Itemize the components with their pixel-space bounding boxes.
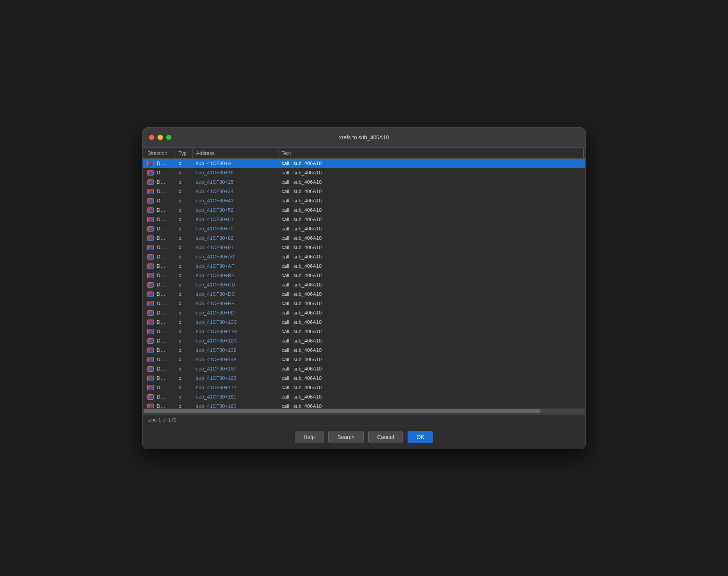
cell-direction: D… xyxy=(144,300,175,306)
table-row[interactable]: D… p sub_41CF80+157 call sub_406A10 xyxy=(143,364,585,374)
help-button[interactable]: Help xyxy=(295,431,324,443)
table-row[interactable]: D… p sub_41CF80+BE call sub_406A10 xyxy=(143,271,585,280)
cell-address: sub_41CF80+52 xyxy=(193,207,278,213)
cell-type: p xyxy=(175,254,193,260)
cell-direction: D… xyxy=(144,179,175,185)
cell-type: p xyxy=(175,160,193,166)
cell-direction: D… xyxy=(144,347,175,353)
table-row[interactable]: D… p sub_41CF80+A0 call sub_406A10 xyxy=(143,252,585,262)
ok-button[interactable]: OK xyxy=(408,431,433,443)
cell-address: sub_41CF80+91 xyxy=(193,244,278,250)
table-row[interactable]: D… p sub_41CF80+10C call sub_406A10 xyxy=(143,318,585,327)
close-button[interactable] xyxy=(149,135,154,140)
row-icon xyxy=(147,263,154,269)
table-row[interactable]: D… p sub_41CF80+16 call sub_406A10 xyxy=(143,168,585,177)
table-row[interactable]: D… p sub_41CF80+181 call sub_406A10 xyxy=(143,392,585,402)
cell-direction: D… xyxy=(144,226,175,232)
row-icon xyxy=(147,170,154,176)
cell-address: sub_41CF80+172 xyxy=(193,385,278,390)
cell-direction: D… xyxy=(144,198,175,204)
search-button[interactable]: Search xyxy=(328,431,363,443)
cell-text: call sub_406A10 xyxy=(278,216,584,222)
direction-text: D… xyxy=(157,207,165,213)
direction-text: D… xyxy=(157,272,165,278)
table-row[interactable]: D… p sub_41CF80+DC call sub_406A10 xyxy=(143,290,585,299)
horizontal-scrollbar[interactable] xyxy=(143,408,585,414)
row-icon xyxy=(147,292,154,297)
row-icon xyxy=(147,338,154,344)
cell-type: p xyxy=(175,300,193,306)
cell-direction: D… xyxy=(144,403,175,408)
table-row[interactable]: D… p sub_41CF80+43 call sub_406A10 xyxy=(143,196,585,205)
cell-address: sub_41CF80+11B xyxy=(193,328,278,334)
minimize-button[interactable] xyxy=(158,135,163,140)
direction-text: D… xyxy=(157,198,165,204)
col-header-text: Text xyxy=(278,148,584,158)
table-row[interactable]: D… p sub_41CF80+11B call sub_406A10 xyxy=(143,327,585,336)
table-row[interactable]: D… p sub_41CF80+AF call sub_406A10 xyxy=(143,262,585,271)
row-icon xyxy=(147,348,154,353)
cell-text: call sub_406A10 xyxy=(278,170,584,176)
cancel-button[interactable]: Cancel xyxy=(368,431,403,443)
cell-address: sub_41CF80+148 xyxy=(193,356,278,362)
cell-address: sub_41CF80+12A xyxy=(193,338,278,344)
table-row[interactable]: D… p sub_41CF80+12A call sub_406A10 xyxy=(143,336,585,346)
table-row[interactable]: D… p sub_41CF80+25 call sub_406A10 xyxy=(143,177,585,187)
direction-text: D… xyxy=(157,385,165,390)
table-row[interactable]: D… p sub_41CF80+172 call sub_406A10 xyxy=(143,383,585,392)
table-row[interactable]: D… p sub_41CF80+139 call sub_406A10 xyxy=(143,346,585,355)
scrollbar-thumb[interactable] xyxy=(144,409,541,413)
row-icon xyxy=(147,366,154,372)
cell-direction: D… xyxy=(144,235,175,241)
cell-address: sub_41CF80+70 xyxy=(193,226,278,232)
direction-text: D… xyxy=(157,347,165,353)
table-row[interactable]: D… p sub_41CF80+34 call sub_406A10 xyxy=(143,187,585,196)
table-row[interactable]: D… p sub_41CF80+70 call sub_406A10 xyxy=(143,224,585,234)
table-row[interactable]: D… p sub_41CF80+FD call sub_406A10 xyxy=(143,308,585,318)
table-row[interactable]: D… p sub_41CF80+190 call sub_406A10 xyxy=(143,402,585,408)
cell-direction: D… xyxy=(144,385,175,390)
direction-text: D… xyxy=(157,160,165,166)
cell-type: p xyxy=(175,310,193,316)
col-header-type: Typ xyxy=(175,148,193,158)
table-row[interactable]: D… p sub_41CF80+148 call sub_406A10 xyxy=(143,355,585,364)
cell-text: call sub_406A10 xyxy=(278,188,584,194)
scrollbar-track xyxy=(144,409,584,413)
cell-text: call sub_406A10 xyxy=(278,207,584,213)
cell-direction: D… xyxy=(144,375,175,381)
table-row[interactable]: D… p sub_41CF80+82 call sub_406A10 xyxy=(143,234,585,243)
table-row[interactable]: D… p sub_41CF80+163 call sub_406A10 xyxy=(143,374,585,383)
cell-address: sub_41CF80+BE xyxy=(193,272,278,278)
cell-type: p xyxy=(175,272,193,278)
cell-address: sub_41CF80+DC xyxy=(193,291,278,297)
cell-direction: D… xyxy=(144,272,175,278)
table-row[interactable]: D… p sub_41CF80+EB call sub_406A10 xyxy=(143,299,585,308)
cell-address: sub_41CF80+139 xyxy=(193,347,278,353)
cell-text: call sub_406A10 xyxy=(278,319,584,325)
table-row[interactable]: D… p sub_41CF80+61 call sub_406A10 xyxy=(143,215,585,224)
row-icon xyxy=(147,217,154,222)
cell-text: call sub_406A10 xyxy=(278,385,584,390)
cell-direction: D… xyxy=(144,310,175,316)
cell-text: call sub_406A10 xyxy=(278,272,584,278)
table-row[interactable]: D… p sub_41CF80+CD call sub_406A10 xyxy=(143,280,585,290)
direction-text: D… xyxy=(157,291,165,297)
table-row[interactable]: D… p sub_41CF80+A call sub_406A10 xyxy=(143,159,585,168)
table-body[interactable]: D… p sub_41CF80+A call sub_406A10 D… p s… xyxy=(143,159,585,408)
cell-direction: D… xyxy=(144,394,175,400)
cell-address: sub_41CF80+34 xyxy=(193,188,278,194)
button-bar: Help Search Cancel OK xyxy=(143,425,585,449)
row-icon xyxy=(147,198,154,204)
cell-direction: D… xyxy=(144,328,175,334)
table-row[interactable]: D… p sub_41CF80+52 call sub_406A10 xyxy=(143,205,585,215)
cell-address: sub_41CF80+163 xyxy=(193,375,278,381)
table-row[interactable]: D… p sub_41CF80+91 call sub_406A10 xyxy=(143,243,585,252)
cell-address: sub_41CF80+43 xyxy=(193,198,278,204)
direction-text: D… xyxy=(157,366,165,372)
cell-address: sub_41CF80+190 xyxy=(193,403,278,408)
direction-text: D… xyxy=(157,170,165,176)
cell-type: p xyxy=(175,291,193,297)
maximize-button[interactable] xyxy=(166,135,172,140)
cell-address: sub_41CF80+A0 xyxy=(193,254,278,260)
direction-text: D… xyxy=(157,403,165,408)
